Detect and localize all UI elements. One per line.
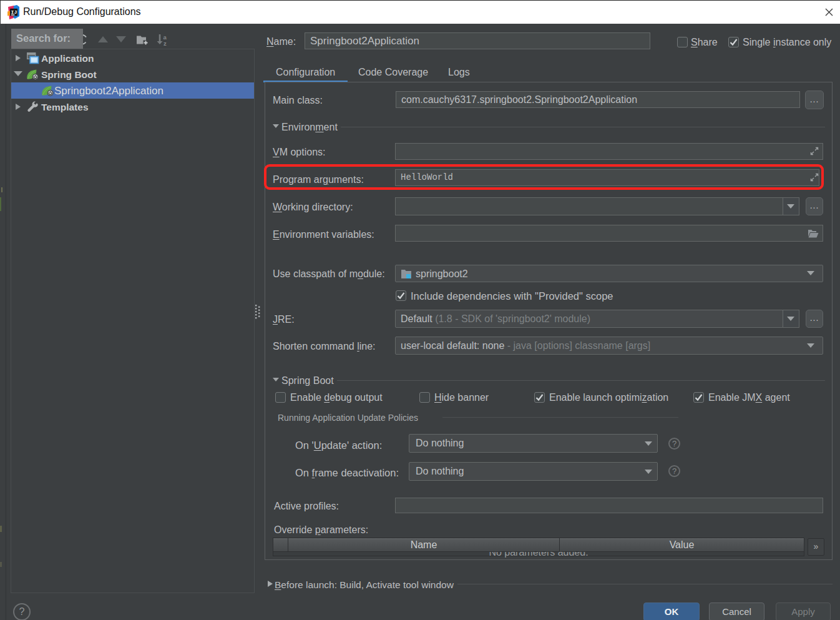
svg-text:IJ: IJ bbox=[11, 9, 17, 15]
svg-text:a: a bbox=[164, 34, 167, 41]
svg-text:z: z bbox=[164, 40, 167, 46]
